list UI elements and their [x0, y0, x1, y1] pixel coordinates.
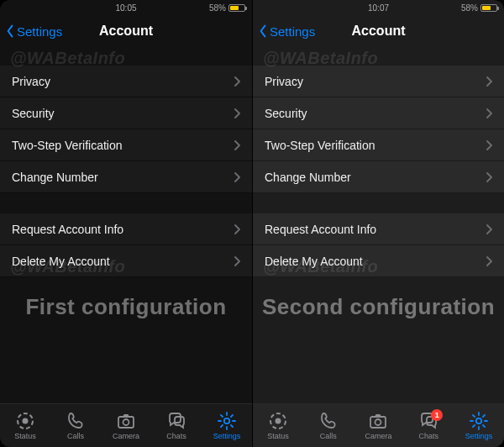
camera-icon [101, 411, 151, 431]
status-time: 10:05 [0, 3, 252, 13]
nav-bar: Settings Account [253, 15, 504, 47]
row-label: Privacy [12, 75, 50, 88]
chevron-right-icon [234, 108, 240, 118]
phone-icon [50, 411, 101, 431]
chevron-right-icon [486, 76, 492, 87]
svg-point-3 [123, 419, 129, 425]
row-label: Delete My Account [265, 255, 363, 268]
svg-point-6 [275, 418, 281, 424]
tab-label: Settings [454, 432, 504, 440]
chevron-right-icon [486, 140, 492, 150]
back-button[interactable]: Settings [5, 24, 62, 39]
overlay-caption: Second configuration [253, 294, 504, 320]
tab-label: Status [253, 432, 303, 440]
tab-bar: Status Calls Camera 1 Chats Settings [253, 403, 504, 447]
svg-point-4 [224, 418, 229, 423]
tab-bar: Status Calls Camera Chats Settings [0, 403, 252, 447]
row-change-number[interactable]: Change Number [253, 161, 504, 193]
back-label: Settings [17, 24, 62, 39]
settings-group-1: Privacy Security Two-Step Verification C… [0, 66, 252, 193]
row-label: Two-Step Verification [265, 139, 375, 152]
chats-icon [403, 411, 454, 431]
row-label: Change Number [265, 171, 351, 184]
chevron-left-icon [5, 24, 15, 38]
tab-label: Status [0, 432, 50, 440]
svg-point-8 [375, 419, 381, 425]
tab-label: Calls [50, 432, 101, 440]
chevron-right-icon [486, 172, 492, 182]
row-two-step[interactable]: Two-Step Verification [0, 129, 252, 161]
tab-label: Chats [403, 432, 454, 440]
chevron-right-icon [234, 224, 240, 234]
tab-camera[interactable]: Camera [101, 411, 151, 440]
tab-label: Camera [354, 432, 404, 440]
chevron-right-icon [486, 256, 492, 266]
row-security[interactable]: Security [0, 97, 252, 129]
chats-icon [151, 411, 202, 431]
row-label: Privacy [265, 75, 303, 88]
chevron-right-icon [234, 76, 240, 87]
chevron-left-icon [258, 24, 268, 38]
row-label: Security [265, 107, 307, 120]
row-privacy[interactable]: Privacy [253, 66, 504, 97]
tab-chats[interactable]: Chats [151, 411, 202, 440]
tab-settings[interactable]: Settings [202, 411, 252, 440]
row-request-info[interactable]: Request Account Info [0, 213, 252, 245]
svg-point-1 [23, 418, 29, 424]
back-label: Settings [270, 24, 315, 39]
settings-group-1: Privacy Security Two-Step Verification C… [253, 66, 504, 193]
svg-point-9 [476, 418, 481, 423]
phone-icon [303, 411, 354, 431]
chevron-right-icon [234, 172, 240, 182]
chevron-right-icon [234, 140, 240, 150]
row-two-step[interactable]: Two-Step Verification [253, 129, 504, 161]
row-security[interactable]: Security [253, 97, 504, 129]
row-label: Request Account Info [265, 223, 376, 236]
status-bar: 10:05 58% [0, 0, 252, 15]
tab-status[interactable]: Status [253, 411, 303, 440]
status-bar: 10:07 58% [253, 0, 504, 15]
row-change-number[interactable]: Change Number [0, 161, 252, 193]
chevron-right-icon [486, 108, 492, 118]
overlay-caption: First configuration [0, 294, 252, 320]
settings-group-2: Request Account Info Delete My Account [253, 213, 504, 277]
tab-label: Chats [151, 432, 202, 440]
row-delete-account[interactable]: Delete My Account [253, 245, 504, 277]
tab-settings[interactable]: Settings [454, 411, 504, 440]
chevron-right-icon [486, 224, 492, 234]
row-label: Change Number [12, 171, 98, 184]
row-request-info[interactable]: Request Account Info [253, 213, 504, 245]
row-privacy[interactable]: Privacy [0, 66, 252, 97]
status-icon [253, 411, 303, 431]
gear-icon [202, 411, 252, 431]
svg-rect-7 [370, 417, 386, 428]
tab-calls[interactable]: Calls [303, 411, 354, 440]
tab-label: Settings [202, 432, 252, 440]
status-time: 10:07 [253, 3, 504, 13]
tab-camera[interactable]: Camera [354, 411, 404, 440]
camera-icon [354, 411, 404, 431]
tab-status[interactable]: Status [0, 411, 50, 440]
battery-icon [480, 4, 497, 12]
row-label: Security [12, 107, 55, 120]
tab-label: Camera [101, 432, 151, 440]
tab-label: Calls [303, 432, 354, 440]
status-icon [0, 411, 50, 431]
nav-bar: Settings Account [0, 15, 252, 47]
battery-icon [228, 4, 245, 12]
svg-rect-2 [118, 417, 134, 428]
phone-left: 10:05 58% Settings Account @WABetaInfo @… [0, 0, 252, 447]
gear-icon [454, 411, 504, 431]
tab-calls[interactable]: Calls [50, 411, 101, 440]
row-delete-account[interactable]: Delete My Account [0, 245, 252, 277]
tab-chats[interactable]: 1 Chats [403, 411, 454, 440]
settings-group-2: Request Account Info Delete My Account [0, 213, 252, 277]
chevron-right-icon [234, 256, 240, 266]
row-label: Two-Step Verification [12, 139, 123, 152]
comparison-stage: 10:05 58% Settings Account @WABetaInfo @… [0, 0, 504, 447]
row-label: Request Account Info [12, 223, 123, 236]
row-label: Delete My Account [12, 255, 110, 268]
back-button[interactable]: Settings [258, 24, 315, 39]
phone-right: 10:07 58% Settings Account @WABetaInfo @… [252, 0, 504, 447]
